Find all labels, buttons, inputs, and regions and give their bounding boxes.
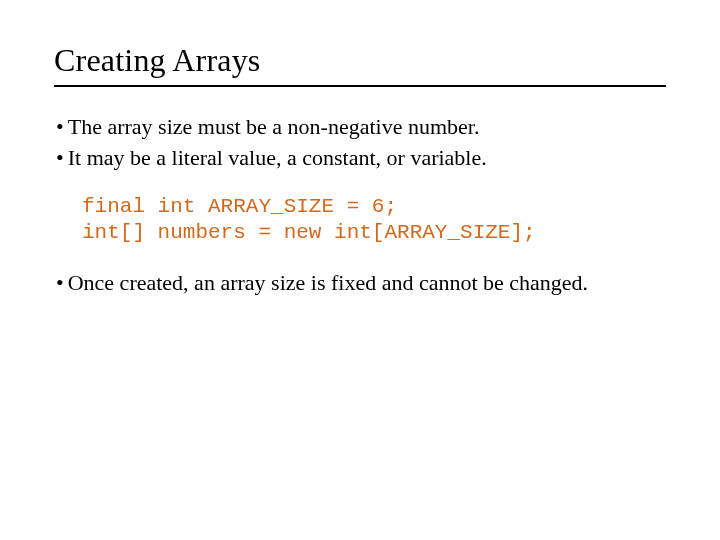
slide-body: • The array size must be a non-negative … xyxy=(54,113,666,297)
bullet-icon: • xyxy=(56,113,64,142)
bullet-icon: • xyxy=(56,144,64,173)
slide: Creating Arrays • The array size must be… xyxy=(0,0,720,540)
slide-title: Creating Arrays xyxy=(54,42,666,79)
bullet-text: Once created, an array size is fixed and… xyxy=(68,269,666,298)
code-line: final int ARRAY_SIZE = 6; xyxy=(82,195,397,218)
bullet-item: • The array size must be a non-negative … xyxy=(56,113,666,142)
bullet-item: • It may be a literal value, a constant,… xyxy=(56,144,666,173)
bullet-text: It may be a literal value, a constant, o… xyxy=(68,144,666,173)
bullet-text: The array size must be a non-negative nu… xyxy=(68,113,666,142)
bullet-item: • Once created, an array size is fixed a… xyxy=(56,269,666,298)
bullet-icon: • xyxy=(56,269,64,298)
code-block: final int ARRAY_SIZE = 6; int[] numbers … xyxy=(82,194,666,247)
title-underline xyxy=(54,85,666,87)
code-line: int[] numbers = new int[ARRAY_SIZE]; xyxy=(82,221,536,244)
